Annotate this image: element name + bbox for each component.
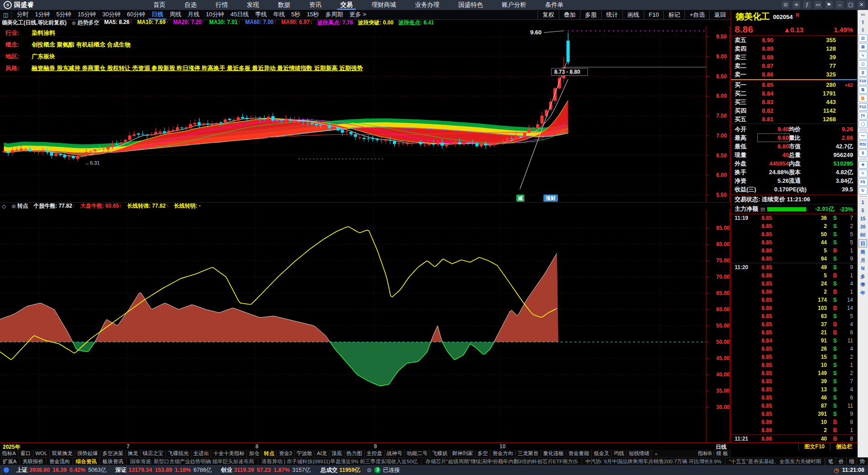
indicator-tab-资金量能[interactable]: 资金量能: [566, 450, 592, 457]
period-5秒[interactable]: 5秒: [288, 10, 303, 19]
quick-period-年[interactable]: 年: [860, 289, 865, 296]
chat-icon[interactable]: ⊙: [782, 1, 789, 9]
indicator-tab-飞蝶妖[interactable]: 飞蝶妖: [430, 450, 450, 457]
skin-icon[interactable]: ⚑: [825, 1, 833, 9]
mini-tab-细[interactable]: 细: [846, 458, 857, 466]
indicator-tab-窗口[interactable]: 窗口: [19, 450, 33, 457]
relation-icon[interactable]: ⧉: [859, 86, 868, 94]
mini-tab-笔[interactable]: 笔: [825, 458, 836, 466]
period-季线[interactable]: 季线: [252, 10, 270, 19]
tool-F10[interactable]: F10: [644, 10, 663, 19]
flow-list-icon[interactable]: ▤: [760, 206, 765, 212]
menu-item-自选[interactable]: 自选: [175, 0, 206, 10]
circle-select-icon[interactable]: ◯: [859, 120, 868, 128]
menu-item-行情[interactable]: 行情: [206, 0, 237, 10]
indicator-tab-多空决策[interactable]: 多空决策: [100, 450, 126, 457]
settings-icon[interactable]: ⚙: [367, 467, 372, 474]
menu-item-发现[interactable]: 发现: [237, 0, 269, 10]
indicator-tab-财神到家[interactable]: 财神到家: [450, 450, 476, 457]
quick-period-5[interactable]: 5: [862, 207, 864, 214]
f12-icon[interactable]: F12: [859, 103, 868, 111]
layout-icon[interactable]: ◫: [0, 12, 12, 18]
back-icon[interactable]: ⇦: [861, 11, 865, 18]
info-tab-扩展A[interactable]: 扩展A: [0, 458, 20, 466]
period-月线[interactable]: 月线: [184, 10, 203, 19]
indicator-tab-转点[interactable]: 转点: [262, 450, 277, 457]
quote-list-icon[interactable]: ▦: [859, 43, 868, 51]
indicator-tab-量化连板[interactable]: 量化连板: [541, 450, 566, 457]
menu-item-账户分析[interactable]: 账户分析: [492, 0, 536, 10]
indicator-tab-战神号[interactable]: 战神号: [385, 450, 405, 457]
tool-叠加[interactable]: 叠加: [559, 10, 580, 19]
indicator-tab-三龙聚首[interactable]: 三龙聚首: [516, 450, 541, 457]
trend-icon[interactable]: ∿: [859, 52, 868, 59]
quick-period-30[interactable]: 30: [860, 223, 866, 230]
menu-item-条件单[interactable]: 条件单: [536, 0, 573, 10]
indicator-tab-擒龙[interactable]: 擒龙: [126, 450, 141, 457]
indicator-tab-十全十美指标[interactable]: 十全十美指标: [211, 450, 247, 457]
period-日线[interactable]: 日线: [148, 10, 166, 19]
tab-指标B[interactable]: 指标B: [696, 450, 714, 457]
up-icon[interactable]: ⇧: [861, 19, 865, 26]
rsi-icon[interactable]: RSI: [859, 141, 868, 148]
tool-画线[interactable]: 画线: [623, 10, 644, 19]
indicator-tab-主控盘[interactable]: 主控盘: [364, 450, 385, 457]
mini-tab-势[interactable]: 势: [857, 458, 868, 466]
refresh-icon[interactable]: ↻: [859, 187, 868, 195]
period-15分钟[interactable]: 15分钟: [75, 10, 99, 19]
period-年线[interactable]: 年线: [270, 10, 288, 19]
close-icon[interactable]: ✕: [858, 1, 865, 9]
period-更多 >[interactable]: 更多 >: [346, 10, 369, 19]
quick-period-月[interactable]: 月: [860, 256, 865, 264]
message-count-badge[interactable]: 3: [374, 467, 381, 473]
indicator-tab-顶底[interactable]: 顶底: [330, 450, 344, 457]
indicator-tab-资金2[interactable]: 资金2: [277, 450, 294, 457]
quick-period-N[interactable]: N: [861, 265, 865, 272]
indicator-tab-双紫擒龙[interactable]: 双紫擒龙: [50, 450, 75, 457]
news-item-1[interactable]: 国泰海通: 新型口含烟产业趋势明确 烟草巨头加速布局: [127, 458, 258, 466]
period-周线[interactable]: 周线: [166, 10, 184, 19]
quick-period-周[interactable]: 周: [860, 248, 865, 256]
menu-item-数据[interactable]: 数据: [269, 0, 300, 10]
indicator-tab-资金方向[interactable]: 资金方向: [491, 450, 516, 457]
indicator-tab-均线[interactable]: 均线: [612, 450, 627, 457]
indicator-tab-AI龙[interactable]: AI龙: [315, 450, 329, 457]
formula-icon[interactable]: ƒx: [859, 112, 868, 119]
period-多周期[interactable]: 多周期: [322, 10, 346, 19]
period-30分钟[interactable]: 30分钟: [99, 10, 123, 19]
quick-period-季[interactable]: 季: [860, 281, 865, 288]
indicator-tab-低金叉[interactable]: 低金叉: [592, 450, 612, 457]
kline-icon[interactable]: ◫: [859, 60, 868, 68]
news-item-5[interactable]: “十五五”是夯实基础、全面发力关键时期: [726, 458, 825, 466]
maximize-icon[interactable]: ▢: [847, 1, 854, 9]
menu-item-交易[interactable]: 交易: [331, 0, 362, 10]
tool-统计[interactable]: 统计: [601, 10, 623, 19]
tool-多股[interactable]: 多股: [580, 10, 601, 19]
quick-period-1[interactable]: 1: [862, 199, 864, 206]
indicator-tab-宁波敢[interactable]: 宁波敢: [295, 450, 315, 457]
news-item-2[interactable]: 港股异动 | 赤子城科技(09911)早盘涨近9% 前三季度实现收入近50亿: [258, 458, 422, 466]
down-icon[interactable]: ⇩: [861, 27, 865, 33]
wave-icon[interactable]: 〰: [859, 132, 868, 140]
menu-item-首页[interactable]: 首页: [144, 0, 175, 10]
period-45日线[interactable]: 45日线: [227, 10, 252, 19]
tool-标记[interactable]: 标记: [663, 10, 684, 19]
indicator-tab-主进出[interactable]: 主进出: [191, 450, 212, 457]
period-10分钟[interactable]: 10分钟: [203, 10, 227, 19]
news-icon[interactable]: ≣: [859, 69, 868, 76]
menu-item-国盛特色[interactable]: 国盛特色: [449, 0, 492, 10]
monitor-icon[interactable]: ▭: [814, 1, 822, 9]
period-15秒[interactable]: 15秒: [303, 10, 322, 19]
info-tab-资金流向[interactable]: 资金流向: [47, 458, 73, 466]
report-icon[interactable]: ▤: [859, 34, 868, 42]
indicator-tab-指标A[interactable]: 指标A: [0, 450, 19, 457]
mini-tab-价[interactable]: 价: [835, 458, 846, 466]
indicator-tab-多空[interactable]: 多空: [476, 450, 491, 457]
quick-period-日[interactable]: 日: [859, 239, 867, 247]
button-图文F10[interactable]: 图文F10: [798, 443, 830, 451]
tick-list[interactable]: 11:198.8536S78.852S28.8550S58.8544S58.86…: [731, 214, 857, 443]
info-tab-综合资讯[interactable]: 综合资讯: [73, 458, 100, 466]
news-item-4[interactable]: 中汽协: 9月中国品牌乘用车共销售200.7万辆 环比增长8.9%: [582, 458, 726, 466]
indicator-tab-WOL[interactable]: WOL: [33, 450, 50, 457]
indicator-tab-短线情绪[interactable]: 短线情绪: [627, 450, 652, 457]
